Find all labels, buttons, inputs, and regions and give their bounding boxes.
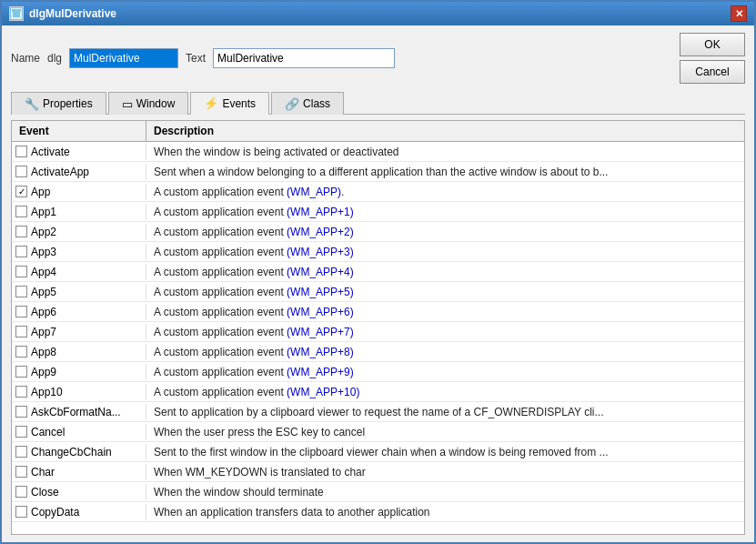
- event-checkbox[interactable]: [15, 386, 27, 398]
- event-name: ChangeCbChain: [31, 446, 112, 458]
- top-row: Name dlg Text OK Cancel: [11, 33, 745, 84]
- text-input[interactable]: [213, 48, 395, 68]
- event-name: App6: [31, 306, 56, 318]
- table-row[interactable]: CharWhen WM_KEYDOWN is translated to cha…: [12, 462, 744, 482]
- event-desc: A custom application event (WM_APP+9): [146, 364, 744, 380]
- cell-event: CopyData: [12, 504, 146, 520]
- cell-event: ChangeCbChain: [12, 444, 146, 460]
- table-row[interactable]: App9A custom application event (WM_APP+9…: [12, 362, 744, 382]
- title-bar-left: dlgMulDerivative: [9, 6, 116, 21]
- tab-properties[interactable]: 🔧 Properties: [11, 92, 106, 115]
- event-checkbox[interactable]: [15, 206, 27, 217]
- cell-event: ✓App: [12, 184, 146, 200]
- table-row[interactable]: CancelWhen the user press the ESC key to…: [12, 422, 744, 442]
- table-row[interactable]: App4A custom application event (WM_APP+4…: [12, 262, 744, 282]
- cell-event: App8: [12, 344, 146, 360]
- table-row[interactable]: CopyDataWhen an application transfers da…: [12, 502, 744, 522]
- event-name: App10: [31, 386, 63, 398]
- event-checkbox[interactable]: [15, 506, 27, 518]
- event-checkbox[interactable]: [15, 226, 27, 237]
- event-desc: A custom application event (WM_APP+1): [146, 204, 744, 220]
- table-row[interactable]: App10A custom application event (WM_APP+…: [12, 382, 744, 402]
- cell-event: App7: [12, 324, 146, 340]
- event-name: Close: [31, 486, 59, 499]
- table-row[interactable]: App1A custom application event (WM_APP+1…: [12, 202, 744, 222]
- table-row[interactable]: App5A custom application event (WM_APP+5…: [12, 282, 744, 302]
- table-header: Event Description: [12, 121, 744, 142]
- event-checkbox[interactable]: [15, 446, 27, 458]
- dlg-prefix: dlg: [47, 52, 62, 65]
- content-area: Name dlg Text OK Cancel 🔧 Properties ▭ W…: [2, 25, 754, 542]
- event-name: AskCbFormatNa...: [31, 406, 121, 418]
- table-row[interactable]: ActivateWhen the window is being activat…: [12, 142, 744, 162]
- tab-window-label: Window: [136, 97, 176, 110]
- table-row[interactable]: App8A custom application event (WM_APP+8…: [12, 342, 744, 362]
- tab-class-label: Class: [303, 97, 330, 110]
- event-checkbox[interactable]: [15, 406, 27, 418]
- cell-event: ActivateApp: [12, 164, 146, 180]
- event-checkbox[interactable]: [15, 166, 27, 177]
- cell-event: Activate: [12, 144, 146, 160]
- event-name: App4: [31, 266, 56, 278]
- tab-events[interactable]: ⚡ Events: [190, 92, 269, 115]
- name-label: Name: [11, 52, 40, 65]
- event-name: App1: [31, 206, 56, 218]
- cancel-button[interactable]: Cancel: [680, 60, 745, 84]
- event-checkbox[interactable]: [15, 466, 27, 478]
- event-desc: A custom application event (WM_APP+6): [146, 304, 744, 320]
- event-checkbox[interactable]: [15, 146, 27, 157]
- event-name: Cancel: [31, 426, 65, 438]
- event-name: App8: [31, 346, 56, 358]
- event-name: Activate: [31, 146, 70, 158]
- table-row[interactable]: AskCbFormatNa...Sent to application by a…: [12, 402, 744, 422]
- text-label: Text: [186, 52, 206, 65]
- event-desc: A custom application event (WM_APP+7): [146, 324, 744, 340]
- table-row[interactable]: ActivateAppSent when a window belonging …: [12, 162, 744, 182]
- table-body[interactable]: ActivateWhen the window is being activat…: [12, 142, 744, 534]
- cell-event: AskCbFormatNa...: [12, 404, 146, 420]
- table-row[interactable]: CloseWhen the window should terminate: [12, 482, 744, 502]
- event-checkbox[interactable]: [15, 346, 27, 358]
- event-checkbox[interactable]: [15, 286, 27, 297]
- event-desc: Sent to application by a clipboard viewe…: [146, 404, 744, 420]
- table-row[interactable]: ✓AppA custom application event (WM_APP).: [12, 182, 744, 202]
- event-checkbox[interactable]: ✓: [15, 186, 27, 197]
- event-checkbox[interactable]: [15, 306, 27, 317]
- event-desc: A custom application event (WM_APP).: [146, 184, 744, 200]
- table-row[interactable]: App3A custom application event (WM_APP+3…: [12, 242, 744, 262]
- event-desc: When the window is being activated or de…: [146, 144, 744, 160]
- event-desc: Sent when a window belonging to a differ…: [146, 164, 744, 180]
- ok-button[interactable]: OK: [680, 33, 745, 56]
- table-row[interactable]: App7A custom application event (WM_APP+7…: [12, 322, 744, 342]
- event-checkbox[interactable]: [15, 266, 27, 277]
- event-checkbox[interactable]: [15, 246, 27, 257]
- event-name: App5: [31, 286, 56, 298]
- tab-window[interactable]: ▭ Window: [108, 92, 189, 115]
- wm-link: (WM_APP+10): [287, 386, 359, 398]
- cell-event: App1: [12, 204, 146, 220]
- col-event-header: Event: [12, 121, 146, 141]
- name-input[interactable]: [69, 48, 178, 68]
- cell-event: Char: [12, 464, 146, 480]
- table-row[interactable]: ChangeCbChainSent to the first window in…: [12, 442, 744, 462]
- event-desc: When the window should terminate: [146, 484, 744, 500]
- event-desc: When an application transfers data to an…: [146, 504, 744, 520]
- event-name: App2: [31, 226, 56, 238]
- svg-rect-1: [12, 9, 21, 12]
- wm-link: (WM_APP+6): [287, 306, 354, 318]
- event-desc: A custom application event (WM_APP+3): [146, 244, 744, 260]
- wm-link: (WM_APP+9): [287, 366, 354, 378]
- wm-link: (WM_APP+1): [287, 206, 354, 218]
- table-row[interactable]: App2A custom application event (WM_APP+2…: [12, 222, 744, 242]
- event-checkbox[interactable]: [15, 486, 27, 498]
- event-desc: When WM_KEYDOWN is translated to char: [146, 464, 744, 480]
- table-row[interactable]: App6A custom application event (WM_APP+6…: [12, 302, 744, 322]
- event-checkbox[interactable]: [15, 326, 27, 337]
- event-desc: A custom application event (WM_APP+5): [146, 284, 744, 300]
- cell-event: Close: [12, 484, 146, 500]
- close-button[interactable]: ✕: [731, 5, 747, 22]
- tab-class[interactable]: 🔗 Class: [271, 92, 344, 115]
- event-checkbox[interactable]: [15, 366, 27, 378]
- event-checkbox[interactable]: [15, 426, 27, 438]
- col-desc-header: Description: [146, 121, 744, 141]
